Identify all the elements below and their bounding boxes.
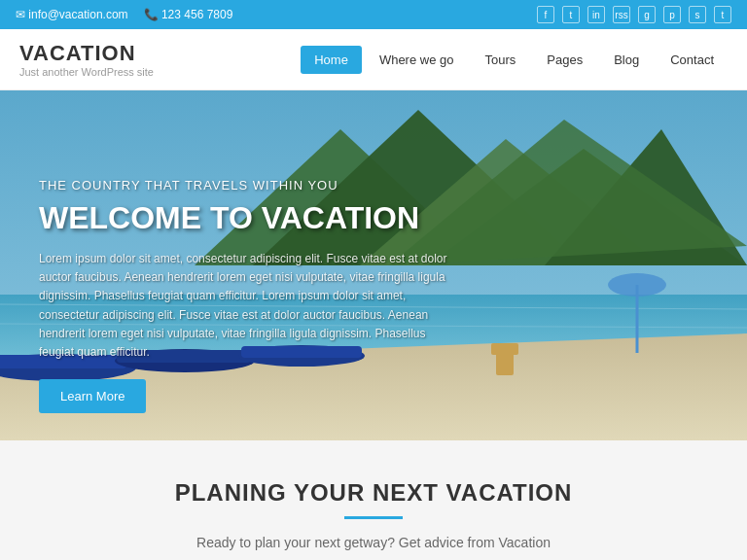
twitter-icon[interactable]: t <box>562 6 580 23</box>
main-nav: Home Where we go Tours Pages Blog Contac… <box>301 46 728 74</box>
top-bar: ✉ info@vacation.com 📞 123 456 7809 f t i… <box>0 0 747 29</box>
email-icon: ✉ <box>16 8 25 21</box>
nav-blog[interactable]: Blog <box>600 46 653 74</box>
phone-text: 123 456 7809 <box>161 8 232 21</box>
email-info: ✉ info@vacation.com <box>16 8 128 21</box>
hero-section: THE COUNTRY THAT TRAVELS WITHIN YOU WELC… <box>0 90 747 440</box>
nav-where-we-go[interactable]: Where we go <box>366 46 468 74</box>
skype-icon[interactable]: s <box>689 6 706 23</box>
header: VACATION Just another WordPress site Hom… <box>0 29 747 90</box>
planning-divider <box>344 516 403 519</box>
contact-info: ✉ info@vacation.com 📞 123 456 7809 <box>16 8 232 21</box>
logo-subtitle: Just another WordPress site <box>19 66 154 78</box>
hero-text-block: THE COUNTRY THAT TRAVELS WITHIN YOU WELC… <box>39 178 447 413</box>
nav-pages[interactable]: Pages <box>533 46 596 74</box>
pinterest-icon[interactable]: p <box>663 6 681 23</box>
logo-block: VACATION Just another WordPress site <box>19 41 154 78</box>
nav-tours[interactable]: Tours <box>471 46 529 74</box>
planning-title: PLANING YOUR NEXT VACATION <box>19 479 728 507</box>
linkedin-icon[interactable]: in <box>587 6 605 23</box>
tumblr-icon[interactable]: t <box>714 6 731 23</box>
hero-tagline: THE COUNTRY THAT TRAVELS WITHIN YOU <box>39 178 447 192</box>
hero-body: Lorem ipsum dolor sit amet, consectetur … <box>39 250 447 362</box>
facebook-icon[interactable]: f <box>537 6 554 23</box>
planning-section: PLANING YOUR NEXT VACATION Ready to plan… <box>0 440 747 560</box>
planning-subtitle: Ready to plan your next getway? Get advi… <box>19 535 728 550</box>
logo-title: VACATION <box>19 41 154 66</box>
hero-title: WELCOME TO VACATION <box>39 200 447 236</box>
hero-overlay: THE COUNTRY THAT TRAVELS WITHIN YOU WELC… <box>0 90 747 440</box>
email-text: info@vacation.com <box>28 8 127 21</box>
googleplus-icon[interactable]: g <box>638 6 656 23</box>
nav-contact[interactable]: Contact <box>657 46 728 74</box>
phone-icon: 📞 <box>144 8 159 21</box>
social-icons: f t in rss g p s t <box>537 6 731 23</box>
nav-home[interactable]: Home <box>301 46 362 74</box>
rss-icon[interactable]: rss <box>613 6 630 23</box>
learn-more-button[interactable]: Learn More <box>39 379 146 413</box>
phone-info: 📞 123 456 7809 <box>144 8 233 21</box>
